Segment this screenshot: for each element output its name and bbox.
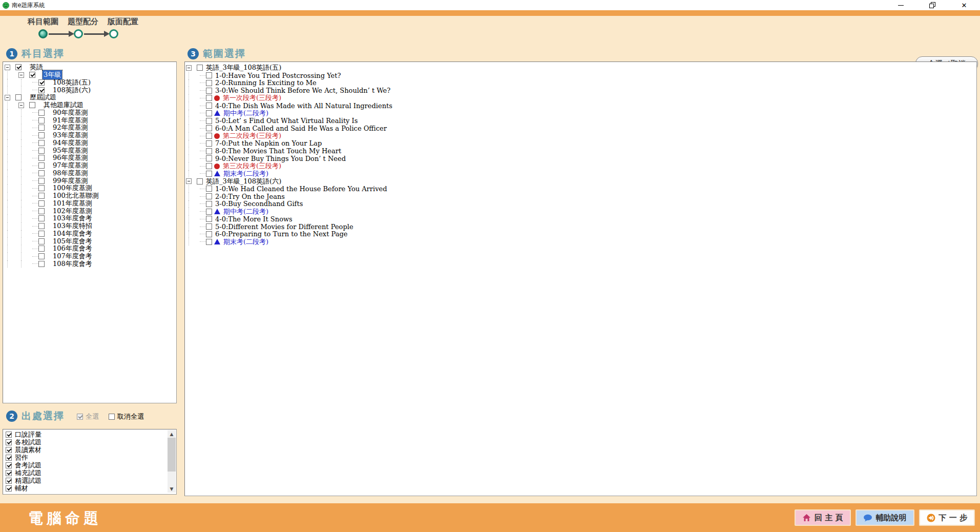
checkbox[interactable] [206,209,212,215]
tree-node[interactable]: 6-0:Preparing to Turn to the Next Page [186,231,976,238]
checkbox[interactable] [15,94,22,100]
checkbox[interactable] [206,118,212,124]
deselect-all-control[interactable]: 取消全選 [109,412,144,421]
checkbox[interactable] [206,193,212,199]
checkbox[interactable] [15,64,22,70]
checkbox[interactable] [38,253,45,259]
checkbox[interactable] [38,178,45,184]
help-button[interactable]: 輔助說明 [856,509,914,526]
checkbox[interactable] [206,88,212,94]
tree-node-label[interactable]: 4-0:The More It Snows [214,215,294,223]
checkbox[interactable] [38,261,45,267]
deselect-all-checkbox[interactable] [109,414,115,420]
tree-node[interactable]: 97年度基測 [5,162,176,170]
tree-node[interactable]: 英語 [5,64,176,71]
checkbox[interactable] [38,170,45,176]
checkbox[interactable] [38,215,45,221]
checkbox[interactable] [206,80,212,86]
checkbox[interactable] [6,455,12,461]
close-button[interactable]: ✕ [948,0,980,10]
restore-button[interactable] [916,0,948,10]
tree-node[interactable]: 6-0:A Man Called and Said He Was a Polic… [186,125,976,132]
checkbox[interactable] [38,140,45,146]
checkbox[interactable] [206,216,212,222]
tree-node-label[interactable]: 8-0:The Movies That Touch My Heart [214,147,342,155]
checkbox[interactable] [197,178,203,185]
checkbox[interactable] [38,238,45,244]
checkbox[interactable] [206,133,212,139]
collapse-icon[interactable] [18,103,24,108]
tree-node[interactable]: 1-0:We Had Cleaned the House Before You … [186,185,976,193]
tree-node-label[interactable]: 期末考(二段考) [222,237,269,247]
tree-node[interactable]: 其他題庫試題 [5,101,176,109]
tree-node[interactable]: 7-0:Put the Napkin on Your Lap [186,140,976,148]
checkbox[interactable] [38,110,45,116]
tree-node[interactable]: 3-0:Buy Secondhand Gifts [186,200,976,208]
source-list-item[interactable]: 輔材 [6,484,176,492]
tree-node-label[interactable]: 7-0:Put the Napkin on Your Lap [214,139,323,147]
tree-node[interactable]: 英語_3年級_108英語(五) [186,64,976,72]
tree-node[interactable]: 9-0:Never Buy Things You Don’ t Need [186,155,976,162]
checkbox[interactable] [38,208,45,214]
checkbox[interactable] [6,432,12,438]
checkbox[interactable] [6,478,12,484]
checkbox[interactable] [206,171,212,177]
tree-node[interactable]: 5-0:Different Movies for Different Peopl… [186,223,976,231]
tree-node[interactable]: 96年度基測 [5,154,176,162]
tree-node[interactable]: 3-0:We Should Think Before We Act, Shoul… [186,87,976,94]
tree-node[interactable]: 1-0:Have You Tried Postcrossing Yet? [186,72,976,79]
scrollbar-thumb[interactable] [168,438,176,472]
checkbox[interactable] [6,485,12,492]
tree-node-label[interactable]: 1-0:Have You Tried Postcrossing Yet? [214,72,342,79]
checkbox[interactable] [6,447,12,453]
collapse-icon[interactable] [186,178,192,184]
checkbox[interactable] [206,155,212,161]
checkbox[interactable] [206,239,212,245]
checkbox[interactable] [38,162,45,169]
checkbox[interactable] [38,231,45,237]
tree-node[interactable]: 第二次段考(三段考) [186,132,976,140]
checkbox[interactable] [206,103,212,109]
source-list-item[interactable]: 晨讀素材 [6,446,176,454]
scroll-down-icon[interactable]: ▼ [168,485,176,493]
checkbox[interactable] [29,72,35,78]
collapse-icon[interactable] [18,72,24,78]
checkbox[interactable] [38,185,45,191]
source-list-scrollbar[interactable]: ▲ ▼ [168,430,176,493]
checkbox[interactable] [38,148,45,154]
tree-node[interactable]: 第一次段考(三段考) [186,94,976,102]
checkbox[interactable] [6,439,12,445]
checkbox[interactable] [206,95,212,101]
checkbox[interactable] [206,186,212,192]
home-button[interactable]: 回 主 頁 [795,509,850,526]
checkbox[interactable] [206,201,212,207]
checkbox[interactable] [38,87,45,93]
select-all-control[interactable]: 全選 [77,412,99,421]
checkbox[interactable] [6,462,12,468]
minimize-button[interactable] [885,0,916,10]
checkbox[interactable] [38,200,45,207]
tree-node[interactable]: 91年度基測 [5,116,176,124]
tree-node-label[interactable]: 1-0:We Had Cleaned the House Before You … [214,185,388,193]
tree-node-label[interactable]: 2-0:Try On the Jeans [214,193,286,200]
tree-node[interactable]: 94年度基測 [5,139,176,147]
tree-node[interactable]: 8-0:The Movies That Touch My Heart [186,147,976,155]
tree-node-label[interactable]: 5-0:Different Movies for Different Peopl… [214,223,355,231]
checkbox[interactable] [197,65,203,71]
checkbox[interactable] [206,140,212,147]
checkbox[interactable] [6,470,12,476]
tree-node[interactable]: 期末考(二段考) [186,170,976,178]
checkbox[interactable] [38,117,45,124]
checkbox[interactable] [38,245,45,252]
tree-node[interactable]: 2-0:Running Is Exciting to Me [186,79,976,87]
checkbox[interactable] [29,102,35,108]
tree-node[interactable]: 英語_3年級_108英語(六) [186,177,976,185]
tree-node[interactable]: 期中考(二段考) [186,110,976,117]
tree-node[interactable]: 2-0:Try On the Jeans [186,193,976,200]
tree-node[interactable]: 95年度基測 [5,147,176,154]
tree-node-label[interactable]: 5-0:Let’ s Find Out What Virtual Reality… [214,117,359,125]
checkbox[interactable] [38,193,45,199]
tree-node[interactable]: 4-0:The More It Snows [186,215,976,223]
checkbox[interactable] [206,163,212,169]
checkbox[interactable] [38,132,45,138]
